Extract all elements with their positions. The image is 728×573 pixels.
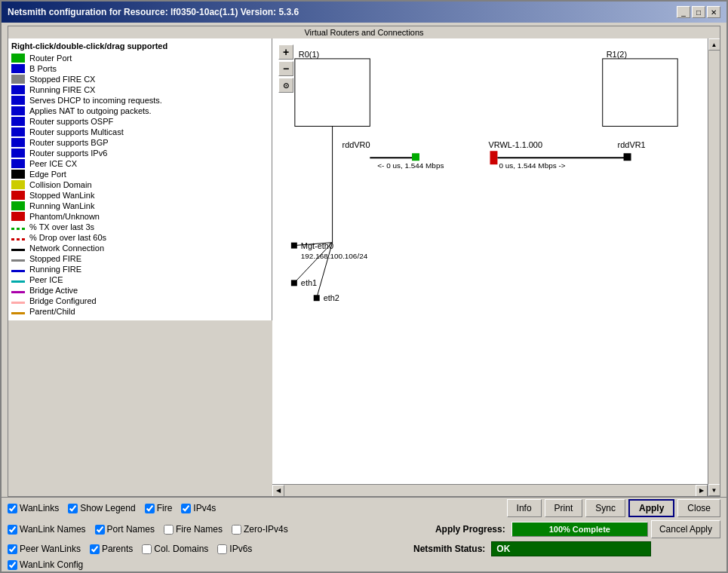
toolbar-row4: WanLink Config	[2, 558, 726, 571]
legend-item-label: Phantom/Unknown	[29, 212, 100, 221]
cb-peer-wanlinks-label: Peer WanLinks	[20, 544, 81, 554]
cb-zero-ipv4s[interactable]	[232, 525, 241, 535]
label-ip: 192.168.100.106/24	[301, 252, 368, 260]
zoom-out-button[interactable]: −	[278, 61, 293, 76]
close-button[interactable]: ✕	[707, 6, 720, 18]
cb-peer-wanlinks-item[interactable]: Peer WanLinks	[8, 544, 81, 554]
legend-color-swatch	[11, 138, 25, 147]
legend-item: Router Port	[11, 54, 269, 63]
cb-port-names-item[interactable]: Port Names	[95, 524, 155, 535]
cb-port-names-label: Port Names	[107, 524, 155, 535]
cb-showlegend[interactable]	[68, 504, 78, 513]
cb-col-domains[interactable]	[142, 544, 152, 554]
legend-item-label: B Ports	[29, 64, 57, 73]
legend-item: Router supports BGP	[11, 138, 269, 147]
legend-item-label: Router supports BGP	[29, 138, 109, 147]
cb-port-names[interactable]	[95, 525, 105, 535]
legend-item: Router supports IPv6	[11, 149, 269, 158]
legend-color-swatch	[11, 270, 25, 272]
cancel-apply-button[interactable]: Cancel Apply	[651, 520, 720, 538]
cb-fire-item[interactable]: Fire	[145, 503, 173, 513]
legend-item-label: Router Port	[29, 54, 72, 63]
cb-zero-ipv4s-item[interactable]: Zero-IPv4s	[232, 524, 288, 535]
wanlink-red-block	[490, 151, 498, 164]
cb-wanlink-config-item[interactable]: WanLink Config	[8, 559, 83, 570]
cb-col-domains-item[interactable]: Col. Domains	[142, 544, 208, 554]
minimize-button[interactable]: _	[677, 6, 690, 18]
cb-parents-item[interactable]: Parents	[90, 544, 133, 554]
cb-fire-label: Fire	[157, 503, 173, 513]
legend-color-swatch	[11, 64, 25, 73]
legend-item: Network Connection	[11, 244, 269, 253]
legend-item-label: Stopped WanLink	[29, 191, 94, 200]
vertical-scrollbar: ▲ ▼	[708, 38, 720, 496]
cb-ipv4s-item[interactable]: IPv4s	[181, 503, 216, 513]
info-button[interactable]: Info	[507, 499, 542, 517]
legend-item-label: Applies NAT to outgoing packets.	[29, 106, 152, 115]
scroll-h-track[interactable]	[284, 485, 696, 497]
cb-wanlink-names-item[interactable]: WanLink Names	[8, 524, 86, 535]
legend-item-label: Edge Port	[29, 170, 66, 179]
legend-color-swatch	[11, 238, 25, 241]
cb-wanlinks-item[interactable]: WanLinks	[8, 503, 59, 513]
legend-item: Serves DHCP to incoming requests.	[11, 96, 269, 105]
cb-zero-ipv4s-label: Zero-IPv4s	[244, 524, 288, 535]
label-eth1: eth1	[301, 278, 317, 287]
cb-ipv6s[interactable]	[217, 544, 227, 554]
zoom-in-button[interactable]: +	[278, 44, 293, 60]
close-button-main[interactable]: Close	[677, 499, 720, 517]
apply-button[interactable]: Apply	[628, 499, 674, 517]
progress-label: Apply Progress:	[435, 524, 505, 535]
legend-item-label: Stopped FIRE CX	[29, 75, 95, 84]
legend-item-label: Parent/Child	[29, 307, 75, 316]
legend-item: Edge Port	[11, 170, 269, 179]
cb-fire-names[interactable]	[164, 525, 174, 535]
cb-wanlink-config[interactable]	[8, 560, 17, 570]
cb-ipv6s-item[interactable]: IPv6s	[217, 544, 252, 554]
cb-ipv4s[interactable]	[181, 504, 191, 513]
toolbar-row3: Peer WanLinks Parents Col. Domains IPv6s…	[2, 540, 726, 558]
legend-color-swatch	[11, 117, 25, 126]
legend-item-label: Collision Domain	[29, 180, 92, 189]
cb-showlegend-item[interactable]: Show Legend	[68, 503, 135, 513]
legend-item-label: Running FIRE CX	[29, 85, 95, 94]
legend-item-label: Bridge Configured	[29, 296, 97, 305]
right-panel: + − ⊙ R0(1) R1(2)	[272, 38, 708, 496]
legend-color-swatch	[11, 201, 25, 210]
legend-color-swatch	[11, 312, 25, 314]
cb-fire-names-item[interactable]: Fire Names	[164, 524, 223, 535]
legend-color-swatch	[11, 106, 25, 115]
legend-item: Router supports Multicast	[11, 127, 269, 136]
cb-fire[interactable]	[145, 504, 155, 513]
scroll-up-button[interactable]: ▲	[708, 38, 720, 51]
legend-color-swatch	[11, 291, 25, 293]
legend-item-label: Bridge Active	[29, 286, 78, 295]
legend-color-swatch	[11, 249, 25, 251]
legend-item: Running WanLink	[11, 201, 269, 210]
scroll-right-button[interactable]: ▶	[696, 485, 708, 497]
title-bar-buttons: _ □ ✕	[677, 6, 720, 18]
label-eth2: eth2	[324, 293, 339, 302]
stats-right: 0 us, 1.544 Mbps ->	[499, 161, 565, 170]
legend-item: Peer ICE CX	[11, 159, 269, 168]
scroll-left-button[interactable]: ◀	[272, 485, 284, 497]
scroll-down-button[interactable]: ▼	[708, 484, 720, 496]
sync-button[interactable]: Sync	[585, 499, 625, 517]
legend-color-swatch	[11, 96, 25, 105]
legend-item-label: % TX over last 3s	[29, 222, 94, 231]
legend-color-swatch	[11, 302, 25, 304]
cb-wanlinks[interactable]	[8, 504, 17, 513]
cb-peer-wanlinks[interactable]	[8, 544, 17, 554]
legend-color-swatch	[11, 127, 25, 136]
cb-parents[interactable]	[90, 544, 100, 554]
legend-color-swatch	[11, 85, 25, 94]
canvas-area[interactable]: R0(1) R1(2)	[272, 38, 708, 484]
status-label: Netsmith Status:	[413, 544, 485, 554]
zoom-reset-button[interactable]: ⊙	[278, 78, 293, 93]
cb-wanlink-names[interactable]	[8, 525, 17, 535]
legend-item-label: Router supports OSPF	[29, 117, 113, 126]
maximize-button[interactable]: □	[692, 6, 705, 18]
print-button[interactable]: Print	[545, 499, 583, 517]
legend-item-label: % Drop over last 60s	[29, 233, 106, 242]
scroll-v-track[interactable]	[708, 51, 720, 484]
